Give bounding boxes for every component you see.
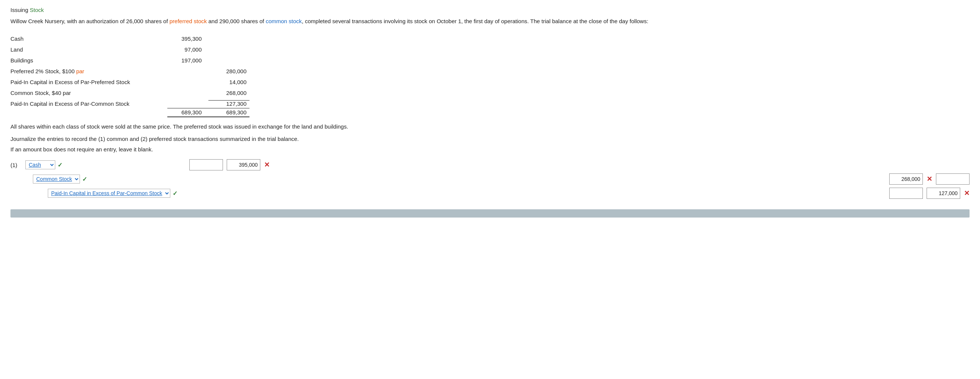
- intro-text2: and 290,000 shares of: [207, 18, 266, 24]
- journal-row-2: Common Stock ✓ 268,000 ✕: [33, 173, 970, 185]
- entry-number: (1): [10, 162, 22, 168]
- page-title: Issuing Stock: [10, 7, 970, 13]
- row-debit-buildings: 197,000: [167, 57, 208, 64]
- note3: If an amount box does not require an ent…: [10, 146, 970, 152]
- trial-balance-table: Cash 395,300 Land 97,000 Buildings 197,0…: [10, 32, 970, 117]
- par-link-preferred[interactable]: par: [76, 68, 84, 74]
- check-icon-cash: ✓: [57, 162, 62, 169]
- debit-input-paid-in-common[interactable]: [889, 188, 923, 199]
- row-label-paid-in-common: Paid-In Capital in Excess of Par-Common …: [10, 101, 167, 107]
- account-select-cash[interactable]: Cash: [25, 160, 55, 170]
- row-credit-paid-in-preferred: 14,000: [208, 79, 250, 85]
- row-debit-cash: 395,300: [167, 35, 208, 42]
- account-select-paid-in-common[interactable]: Paid-In Capital in Excess of Par-Common …: [48, 189, 170, 198]
- journal-row-1: (1) Cash ✓ 395,000 ✕: [10, 159, 970, 170]
- table-row: Paid-In Capital in Excess of Par-Preferr…: [10, 75, 970, 85]
- stock-link[interactable]: Stock: [30, 7, 44, 13]
- table-row: Paid-In Capital in Excess of Par-Common …: [10, 97, 970, 107]
- check-icon-common-stock: ✓: [82, 176, 87, 183]
- row-label-paid-in-preferred: Paid-In Capital in Excess of Par-Preferr…: [10, 79, 167, 85]
- row-label-cash: Cash: [10, 35, 167, 42]
- debit-value-common-stock: 268,000: [889, 173, 923, 185]
- issuing-label: Issuing: [10, 7, 30, 13]
- intro-text3: , completed several transactions involvi…: [302, 18, 648, 24]
- preferred-stock-link[interactable]: preferred stock: [170, 18, 207, 24]
- account-wrapper-paid-in-common: Paid-In Capital in Excess of Par-Common …: [48, 189, 177, 198]
- row-debit-land: 97,000: [167, 46, 208, 53]
- total-debit: 689,300: [167, 108, 208, 117]
- note2: Journalize the entries to record the (1)…: [10, 135, 970, 144]
- credit-value-paid-in-common: 127,000: [927, 188, 960, 199]
- note1: All shares within each class of stock we…: [10, 123, 970, 131]
- row-credit-common-stock: 268,000: [208, 90, 250, 96]
- row-label-common-stock: Common Stock, $40 par: [10, 90, 167, 96]
- account-select-common-stock[interactable]: Common Stock: [33, 174, 80, 184]
- x-icon-paid-in-common-credit: ✕: [964, 189, 970, 197]
- x-icon-cash-credit: ✕: [264, 161, 270, 169]
- table-row: Buildings 197,000: [10, 54, 970, 64]
- credit-value-cash: 395,000: [227, 159, 260, 170]
- table-row: Common Stock, $40 par 268,000: [10, 86, 970, 96]
- account-wrapper-cash: Cash ✓: [25, 160, 62, 170]
- row-label-buildings: Buildings: [10, 57, 167, 64]
- table-row: Land 97,000: [10, 43, 970, 53]
- journal-section: (1) Cash ✓ 395,000 ✕ Common Stock ✓ 268,…: [10, 159, 970, 199]
- account-wrapper-common-stock: Common Stock ✓: [33, 174, 87, 184]
- x-icon-common-stock-debit: ✕: [927, 175, 932, 183]
- table-row: Preferred 2% Stock, $100 par 280,000: [10, 65, 970, 74]
- row-credit-preferred: 280,000: [208, 68, 250, 74]
- row-credit-paid-in-common: 127,300: [208, 100, 250, 107]
- total-credit: 689,300: [208, 108, 250, 117]
- intro-paragraph: Willow Creek Nursery, with an authorizat…: [10, 17, 970, 26]
- table-row: Cash 395,300: [10, 32, 970, 42]
- credit-input-common-stock[interactable]: [936, 173, 970, 185]
- row-label-land: Land: [10, 46, 167, 53]
- intro-text1: Willow Creek Nursery, with an authorizat…: [10, 18, 170, 24]
- bottom-bar: [10, 209, 970, 217]
- journal-row-3: Paid-In Capital in Excess of Par-Common …: [48, 188, 970, 199]
- common-stock-link[interactable]: common stock: [266, 18, 302, 24]
- debit-input-cash[interactable]: [189, 159, 223, 170]
- row-label-preferred-stock: Preferred 2% Stock, $100 par: [10, 68, 167, 74]
- check-icon-paid-in-common: ✓: [173, 190, 177, 197]
- total-row: 689,300 689,300: [10, 108, 970, 117]
